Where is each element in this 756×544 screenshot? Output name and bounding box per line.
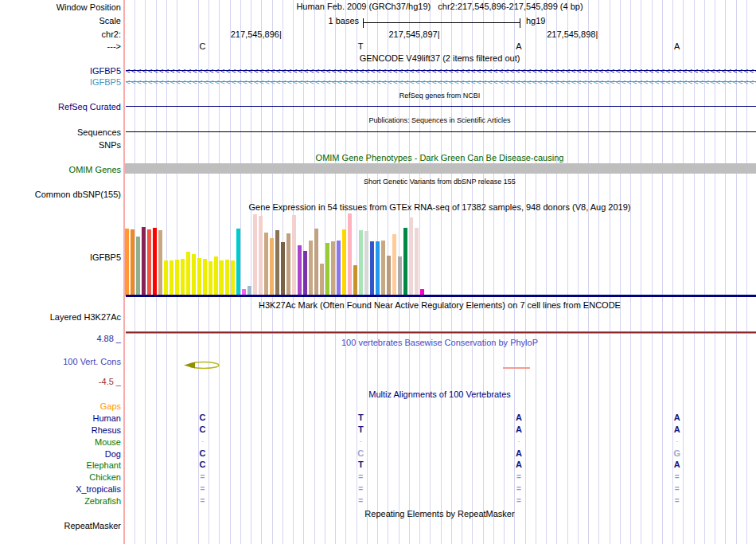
gtex-bar-34[interactable] [314, 229, 318, 295]
gtex-bar-20[interactable] [236, 229, 240, 295]
label-gtex-gene[interactable]: IGFBP5 [90, 252, 121, 262]
gtex-bar-0[interactable] [125, 229, 129, 295]
species-label-rhesus[interactable]: Rhesus [92, 425, 121, 435]
gtex-bar-39[interactable] [342, 229, 346, 295]
gene-label-igfbp5-1[interactable]: IGFBP5 [90, 77, 121, 87]
scale-value: 1 bases [123, 16, 359, 25]
species-label-gaps[interactable]: Gaps [100, 401, 121, 411]
align-rhesus-col0: C [123, 425, 282, 435]
omim-genes-bar[interactable] [125, 163, 756, 174]
species-label-human[interactable]: Human [93, 413, 121, 423]
gtex-bar-35[interactable] [320, 264, 324, 295]
gtex-bar-38[interactable] [337, 241, 341, 295]
gtex-bar-15[interactable] [208, 261, 212, 295]
gtex-bar-48[interactable] [392, 234, 396, 295]
gtex-bar-40[interactable] [348, 213, 352, 295]
h3k27ac-layer-line-3[interactable] [126, 333, 756, 334]
track-header-multiz[interactable]: Multiz Alignments of 100 Vertebrates [123, 389, 756, 399]
gtex-bar-18[interactable] [225, 260, 229, 295]
gtex-bar-25[interactable] [264, 233, 268, 295]
gtex-bar-23[interactable] [253, 214, 257, 295]
gene-label-igfbp5-0[interactable]: IGFBP5 [90, 66, 121, 76]
genome-browser-image: Human Feb. 2009 (GRCh37/hg19) chr2:217,5… [0, 0, 756, 544]
track-header-gtex[interactable]: Gene Expression in 54 tissues from GTEx … [123, 202, 756, 212]
align-chicken-col1: = [282, 472, 440, 482]
label-common-dbsnp[interactable]: Common dbSNP(155) [35, 190, 121, 199]
align-zebrafish-col1: = [282, 495, 440, 506]
gtex-bar-42[interactable] [359, 230, 363, 295]
track-header-gencode[interactable]: GENCODE V49lift37 (2 items filtered out) [123, 53, 756, 63]
refseq-curated-track-line[interactable] [126, 106, 756, 107]
gtex-bar-51[interactable] [409, 217, 413, 295]
track-header-refseq[interactable]: RefSeq genes from NCBI [123, 92, 756, 100]
gtex-bar-13[interactable] [197, 258, 201, 295]
label-refseq-curated[interactable]: RefSeq Curated [58, 102, 121, 112]
label-snps[interactable]: SNPs [99, 140, 121, 150]
gtex-bar-14[interactable] [203, 259, 207, 295]
track-header-h3k27ac[interactable]: H3K27Ac Mark (Often Found Near Active Re… [123, 300, 756, 310]
track-header-dbsnp[interactable]: Short Genetic Variants from dbSNP releas… [123, 178, 756, 186]
position-title: Human Feb. 2009 (GRCh37/hg19) chr2:217,5… [123, 2, 756, 11]
gtex-bar-37[interactable] [331, 241, 335, 295]
gtex-bar-28[interactable] [281, 242, 285, 295]
gene-arrows-1[interactable]: <<<<<<<<<<<<<<<<<<<<<<<<<<<<<<<<<<<<<<<<… [126, 77, 756, 87]
species-label-elephant[interactable]: Elephant [87, 460, 121, 470]
track-header-publications[interactable]: Publications: Sequences in Scientific Ar… [123, 116, 756, 124]
gtex-bar-11[interactable] [186, 252, 190, 295]
gtex-bar-26[interactable] [270, 238, 274, 295]
gtex-bar-4[interactable] [147, 229, 151, 295]
gtex-bar-24[interactable] [259, 216, 263, 295]
align-elephant-col0: C [123, 460, 282, 470]
gtex-bar-7[interactable] [164, 260, 168, 295]
species-label-chicken[interactable]: Chicken [89, 472, 121, 482]
track-header-phylop[interactable]: 100 vertebrates Basewise Conservation by… [123, 338, 756, 347]
gtex-expression-chart[interactable] [123, 213, 756, 295]
gtex-bar-31[interactable] [298, 245, 302, 295]
gtex-bar-9[interactable] [175, 260, 179, 295]
gtex-bar-36[interactable] [325, 243, 329, 295]
gtex-bar-3[interactable] [142, 227, 146, 295]
gtex-bar-33[interactable] [309, 241, 313, 295]
species-label-x-tropicalis[interactable]: X_tropicalis [76, 484, 121, 494]
gtex-bar-12[interactable] [192, 254, 196, 295]
align-rhesus-col1: T [282, 425, 440, 435]
gtex-bar-17[interactable] [220, 260, 224, 295]
phylop-zero-glyph[interactable] [182, 360, 220, 370]
gtex-bar-43[interactable] [364, 231, 368, 295]
label-vert-cons[interactable]: 100 Vert. Cons [63, 357, 121, 366]
gtex-bar-45[interactable] [376, 241, 380, 295]
align-elephant-col1: T [282, 460, 440, 470]
gtex-bar-27[interactable] [275, 230, 279, 295]
gtex-bar-1[interactable] [131, 229, 134, 295]
gtex-bar-52[interactable] [415, 228, 419, 295]
align-mouse-col2: - [440, 436, 598, 447]
gtex-bar-6[interactable] [158, 230, 162, 295]
gtex-bar-2[interactable] [136, 237, 140, 295]
gtex-bar-32[interactable] [303, 251, 307, 295]
species-label-zebrafish[interactable]: Zebrafish [84, 496, 121, 506]
gtex-bar-46[interactable] [381, 241, 385, 295]
gtex-bar-30[interactable] [292, 215, 296, 295]
gtex-bar-47[interactable] [387, 256, 391, 295]
label-layered-h3k27ac[interactable]: Layered H3K27Ac [50, 312, 121, 322]
gene-arrows-0[interactable]: <<<<<<<<<<<<<<<<<<<<<<<<<<<<<<<<<<<<<<<<… [126, 66, 756, 76]
species-label-dog[interactable]: Dog [105, 449, 121, 459]
gtex-bar-10[interactable] [181, 259, 185, 295]
gtex-bar-49[interactable] [398, 256, 402, 295]
gtex-bar-8[interactable] [170, 260, 173, 295]
track-header-repeatmasker[interactable]: Repeating Elements by RepeatMasker [123, 509, 756, 519]
track-header-omim[interactable]: OMIM Gene Phenotypes - Dark Green Can Be… [123, 153, 756, 162]
gtex-bar-5[interactable] [153, 228, 157, 295]
phylop-negative-segment[interactable] [503, 367, 530, 369]
gtex-bar-19[interactable] [231, 260, 235, 295]
gtex-bar-29[interactable] [286, 233, 290, 295]
gtex-bar-16[interactable] [214, 256, 218, 295]
label-omim-genes[interactable]: OMIM Genes [69, 165, 121, 174]
gtex-bar-50[interactable] [403, 228, 407, 295]
gtex-bar-44[interactable] [370, 241, 374, 295]
label-repeatmasker[interactable]: RepeatMasker [64, 521, 121, 530]
label-sequences[interactable]: Sequences [77, 127, 121, 137]
species-label-mouse[interactable]: Mouse [95, 437, 121, 447]
gtex-bar-41[interactable] [353, 265, 357, 295]
publications-sequences-track-line[interactable] [126, 131, 756, 132]
